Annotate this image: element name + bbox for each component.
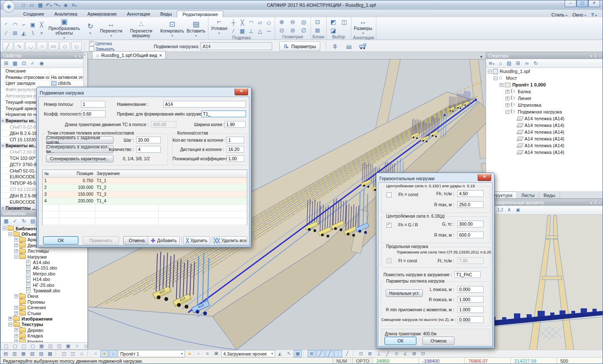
bool-subtract-icon[interactable]: ⊖	[288, 18, 298, 26]
solid-view-icon[interactable]: ▣	[294, 350, 302, 357]
bool-ring-icon[interactable]: ◎	[299, 18, 309, 26]
ok-button[interactable]: ОК	[384, 337, 416, 345]
close-icon[interactable]: ×	[599, 201, 601, 205]
settings-icon[interactable]: ⊡	[20, 60, 27, 67]
lib-save-icon[interactable]: ▤	[29, 218, 36, 224]
fillet-icon[interactable]: ◜	[2, 21, 10, 29]
collapse-icon[interactable]: ▾	[590, 201, 592, 205]
lib-apply-icon[interactable]: ✓	[11, 218, 19, 224]
trim-edge-icon[interactable]: ─	[265, 27, 273, 35]
tab-list-dropdown-icon[interactable]: ▼	[479, 55, 483, 59]
preview-text-icon[interactable]: A	[506, 207, 513, 213]
preview-scale-icon[interactable]: 1.2	[497, 207, 504, 213]
symmetry-icon[interactable]	[329, 41, 341, 51]
tree-item[interactable]: НГ-25.sbo	[1, 282, 87, 288]
building-icon[interactable]: ⌂	[78, 350, 86, 357]
tree-item[interactable]: A14 тележка (A14)	[486, 115, 603, 122]
generate-step-button[interactable]: Сгенерировать с заданным шагом...	[46, 136, 114, 144]
toolbar-icon[interactable]	[87, 351, 90, 357]
toolbar-icon[interactable]	[56, 351, 58, 357]
point-snap-icon[interactable]: ⋮	[334, 350, 342, 357]
delete-icon[interactable]: ×	[38, 29, 46, 37]
r-search-input[interactable]	[457, 296, 484, 303]
sheets-icon[interactable]: ▤	[506, 60, 513, 67]
lib-mini-icon[interactable]: ◫	[55, 342, 63, 350]
categorized-icon[interactable]: ⊞	[3, 60, 10, 67]
tree-item[interactable]: A14.sbo	[1, 259, 87, 265]
parameters-button[interactable]: Параметры	[279, 41, 320, 51]
open-file-icon[interactable]: ▭	[28, 2, 36, 8]
select-cursor-icon[interactable]: ↖	[285, 350, 293, 357]
l-search-input[interactable]	[457, 286, 484, 293]
center-snap-icon[interactable]: ⊙	[392, 350, 400, 357]
undo-icon[interactable]: ↶	[45, 2, 53, 8]
chain-checkbox[interactable]: Цепочка	[89, 41, 114, 46]
array-icon[interactable]: ⊞	[11, 29, 19, 37]
rebar-icon[interactable]: Ж	[212, 350, 220, 357]
initial-settings-button[interactable]: Начальные уст.	[386, 289, 423, 297]
fh-const-checkbox[interactable]	[387, 192, 392, 197]
angle-snap-icon[interactable]: ╱	[325, 350, 333, 357]
ribbon-tab[interactable]: Аналитика	[49, 11, 82, 17]
trim-icon[interactable]: ∕	[2, 29, 10, 37]
box-x-icon[interactable]: ⊠	[410, 350, 418, 357]
property-row[interactable]: Описание	[1, 68, 87, 74]
prefix-input[interactable]	[201, 111, 246, 117]
move-button[interactable]: ↔ Перенести ▾	[99, 20, 123, 38]
window-menu-item[interactable]: Окно ▾	[571, 12, 588, 17]
generate-count-button[interactable]: Сгенерировать в заданном кол-ве...	[46, 146, 114, 153]
search-icon[interactable]: ◉	[38, 60, 45, 67]
trim-perp-icon[interactable]: ⊥	[247, 27, 255, 35]
table-row[interactable]: 4 200.000 T1_4	[43, 198, 247, 205]
poly-tool[interactable]: ◇	[59, 42, 70, 51]
lane-coef-input[interactable]	[81, 111, 105, 117]
dialog-title-bar[interactable]: Горизонтальные нагрузки ✕	[376, 173, 494, 183]
copy-button[interactable]: ⊡ Копировать ▾	[160, 20, 185, 38]
rect-tool[interactable]: ▭	[48, 42, 59, 51]
positions-table[interactable]: №ПозицияЗагружение 1 0.750 T1_1	[42, 170, 247, 225]
tree-item[interactable]: Метро.sbo	[1, 271, 87, 276]
redo-icon[interactable]: ↷	[53, 2, 61, 8]
lib-refresh-icon[interactable]: ↻	[20, 218, 27, 224]
tree-item[interactable]: Трамвай.sbo	[1, 288, 87, 293]
z-shift-input[interactable]	[457, 316, 484, 323]
lib-mini-icon[interactable]: ▢	[11, 342, 19, 350]
apply-button[interactable]: Применить	[83, 236, 119, 245]
toolbar-icon[interactable]	[353, 351, 355, 357]
lib-mini-icon[interactable]: ▢	[20, 342, 28, 350]
expand-all-icon[interactable]: ⊞	[514, 60, 522, 67]
select-up-icon[interactable]: ◩	[328, 18, 338, 26]
line-tool[interactable]: ╱	[3, 42, 13, 51]
tab-close-icon[interactable]: ×	[160, 53, 162, 58]
tree-item[interactable]: Балка	[486, 88, 603, 95]
view-front-icon[interactable]: ▥	[11, 350, 19, 357]
tangent-icon[interactable]: ╱	[384, 350, 392, 357]
tree-item[interactable]: Дерево	[1, 327, 87, 333]
guide-icon[interactable]: ╱	[343, 350, 351, 357]
bool-empty-icon[interactable]: ∅	[299, 27, 309, 35]
grid-snap-icon[interactable]: ⊞	[308, 350, 316, 357]
model-icon[interactable]: ◫	[60, 350, 68, 357]
lib-mini-icon[interactable]: ▢	[29, 342, 37, 350]
app-logo-icon[interactable]: ◈	[3, 0, 15, 13]
pin-icon[interactable]: ↧	[594, 54, 597, 58]
lib-mini-icon[interactable]: ○	[73, 342, 81, 350]
maximize-button[interactable]: ▢	[576, 0, 588, 7]
trim-shape-icon[interactable]: ▱	[256, 19, 264, 27]
tree-item[interactable]: Мост	[486, 75, 603, 81]
convert-objects-button[interactable]: ▣ Преобразовать объекты ▾	[47, 18, 81, 40]
generate-typical-button[interactable]: Сгенерировать характерные...	[46, 155, 114, 162]
model2-icon[interactable]: ◫	[69, 350, 77, 357]
rmax2-input[interactable]	[457, 232, 484, 238]
node-snap-icon[interactable]: ⊠	[366, 350, 374, 357]
property-row[interactable]: Режимы отрисовки осей На активном этаже	[1, 74, 87, 81]
ribbon-tab[interactable]: Создание	[18, 11, 49, 17]
table-row[interactable]: 3 150.000 T1_3	[43, 191, 247, 198]
highlight-icon[interactable]: ●	[186, 350, 194, 357]
collapse-icon[interactable]: ▾	[590, 54, 592, 58]
minimize-button[interactable]: ─	[565, 0, 576, 7]
loadcase-select[interactable]: 4.Загружение прочее▾	[221, 350, 275, 357]
trim-grid-icon[interactable]: ▦	[238, 27, 246, 35]
tree-item[interactable]: Нагрузки	[1, 254, 87, 259]
tree-item[interactable]: RussBrg_1.spf	[486, 68, 603, 75]
